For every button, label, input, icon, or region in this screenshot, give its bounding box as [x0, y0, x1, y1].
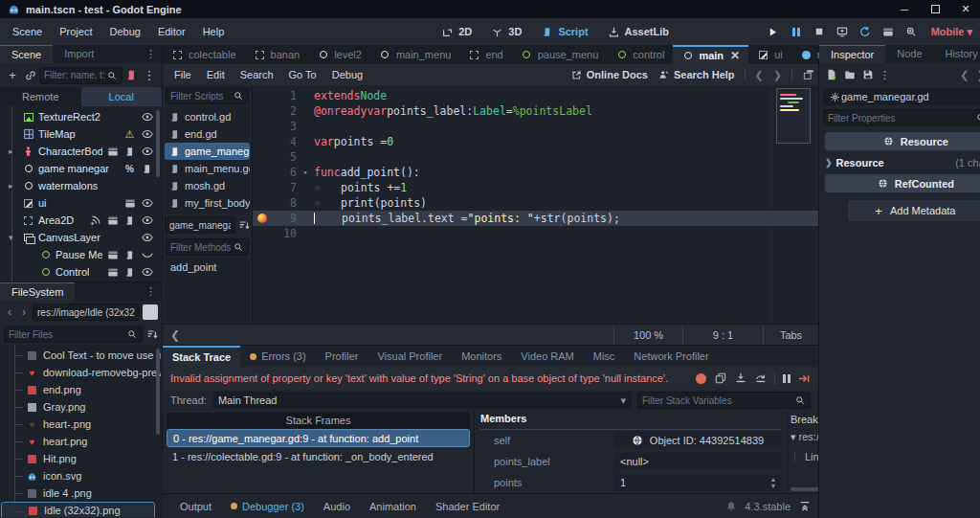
history-forward-icon[interactable]: ❯ [773, 69, 782, 81]
script-icon[interactable] [123, 146, 136, 158]
search-help-button[interactable]: Search Help [657, 69, 735, 81]
script-list-item[interactable]: mosh.gd [165, 177, 250, 194]
signal-icon[interactable] [89, 214, 101, 227]
filter-methods-input[interactable] [170, 242, 232, 253]
debugger-tab-monitors[interactable]: Monitors [452, 346, 511, 367]
stack-frame[interactable]: 0 - res://game_manegar.gd:9 - at functio… [167, 429, 470, 447]
object-dropdown[interactable]: game_manegar.gd ▾ [823, 88, 980, 105]
script-icon[interactable] [123, 249, 136, 261]
debugger-tab-visual-profiler[interactable]: Visual Profiler [368, 346, 452, 367]
scene-tree-node[interactable]: TileMap⚠ [1, 125, 161, 143]
eye-icon[interactable] [141, 266, 153, 279]
breakpoint-line[interactable]: Line [794, 451, 818, 462]
scene-tab-pause_menu[interactable]: pause_menu [512, 45, 608, 64]
inspector-forward-icon[interactable]: ❯ [977, 69, 980, 81]
script-list-item[interactable]: my_first_body... [165, 194, 250, 212]
code-line-1[interactable]: 1extends Node [253, 88, 818, 103]
scene-tree-node[interactable]: TextureRect2 [1, 108, 161, 125]
script-list-item[interactable]: game_maneg... [165, 143, 250, 160]
scene-tab-banan[interactable]: banan [245, 45, 309, 64]
instance-scene-icon[interactable] [24, 69, 36, 81]
scene-tab-level2[interactable]: level2 [308, 45, 370, 64]
filesystem-menu-icon[interactable]: ⋮ [140, 285, 162, 298]
script-name-field[interactable] [165, 216, 235, 234]
bottom-panel-shader-editor[interactable]: Shader Editor [426, 501, 509, 512]
script-icon[interactable] [141, 163, 153, 175]
debugger-tab-video-ram[interactable]: Video RAM [511, 346, 583, 367]
breakpoint-file[interactable]: ▾ res://g... [791, 431, 818, 443]
play-button[interactable] [763, 22, 784, 41]
stop-button[interactable] [809, 22, 830, 41]
expander-icon[interactable]: ▸ [9, 181, 20, 191]
filter-properties-input[interactable] [828, 113, 975, 124]
member-value[interactable]: Object ID: 44392514839 [614, 432, 781, 449]
script-list-item[interactable]: main_menu.gd [165, 160, 250, 177]
workspace-assetlib[interactable]: AssetLib [600, 26, 677, 38]
eye-icon[interactable] [141, 232, 153, 244]
maximize-button[interactable] [928, 4, 942, 15]
filter-properties-field[interactable] [823, 109, 980, 126]
method-item[interactable]: add_point [170, 261, 244, 273]
pause-execution-icon[interactable] [783, 374, 791, 383]
filter-scripts-input[interactable] [170, 91, 232, 101]
script-menu-search[interactable]: Search [233, 64, 281, 85]
scene-dock-menu-icon[interactable]: ⋮ [140, 48, 162, 60]
workspace-3d[interactable]: 3D [483, 26, 529, 38]
minimize-button[interactable]: ─ [898, 4, 911, 15]
menu-help[interactable]: Help [194, 18, 234, 45]
history-back-icon[interactable]: ❮ [755, 69, 764, 81]
breakpoint-gutter[interactable] [253, 214, 272, 223]
scene-dock-tab-import[interactable]: Import [53, 45, 105, 63]
copy-error-icon[interactable] [714, 372, 726, 385]
script-list-item[interactable]: control.gd [165, 108, 250, 125]
step-into-icon[interactable] [734, 372, 746, 385]
step-over-icon[interactable] [754, 372, 767, 385]
cursor-position[interactable]: 9 : 1 [682, 325, 763, 345]
script-menu-edit[interactable]: Edit [199, 64, 233, 85]
new-resource-icon[interactable] [825, 69, 837, 81]
scene-tab-colectable[interactable]: colectable [163, 45, 245, 64]
script-icon[interactable] [123, 214, 136, 227]
code-line-10[interactable]: 10 [253, 226, 818, 241]
online-docs-button[interactable]: Online Docs [570, 69, 648, 81]
filter-methods-field[interactable] [166, 238, 249, 256]
code-editor[interactable]: 1extends Node2@onready var points_label:… [253, 85, 818, 324]
scene-tab-main[interactable]: main✕ [673, 45, 748, 64]
inspector-tab-node[interactable]: Node [885, 45, 933, 63]
file-row[interactable]: Hit.png [1, 450, 161, 467]
scene-tree-node[interactable]: ▸CharacterBody2D [1, 143, 161, 160]
code-line-9[interactable]: 9»points_label.text = "points: " + str(p… [253, 211, 818, 226]
sort-methods-icon[interactable] [237, 219, 250, 232]
scene-tree-node[interactable]: ▸watermalons [1, 177, 161, 194]
scene-tree-node[interactable]: Area2D [1, 212, 161, 229]
scene-tab-main_menu[interactable]: main_menu [370, 45, 459, 64]
member-value[interactable]: 1▴▾ [614, 474, 781, 491]
scene-tree-node[interactable]: Control [1, 263, 161, 281]
file-row[interactable]: icon.svg [1, 467, 161, 484]
warning-icon[interactable]: ⚠ [123, 128, 136, 141]
scene-tree-node[interactable]: ▾CanvasLayer [1, 229, 161, 246]
attach-script-icon[interactable] [125, 69, 138, 81]
workspace-2d[interactable]: 2D [434, 26, 479, 38]
expander-icon[interactable]: ▸ [9, 146, 20, 156]
script-icon[interactable] [123, 266, 136, 279]
debugger-tab-misc[interactable]: Misc [584, 346, 625, 367]
code-minimap[interactable] [776, 88, 811, 144]
eye-closed-icon[interactable] [141, 249, 153, 261]
resource-section[interactable]: ❯ Resource (1 change) [825, 154, 980, 170]
file-row[interactable]: ♥heart.png [1, 433, 161, 450]
script-name-input[interactable] [169, 220, 231, 231]
fs-filter-input[interactable] [9, 329, 125, 340]
code-line-4[interactable]: 4var points = 0 [253, 134, 818, 149]
load-resource-icon[interactable] [843, 69, 856, 81]
close-tab-icon[interactable]: ✕ [730, 49, 740, 62]
stack-frame[interactable]: 1 - res://colectable.gd:9 - at function:… [167, 447, 470, 465]
scene-filter-input[interactable] [44, 70, 105, 80]
segment-local[interactable]: Local [81, 87, 163, 106]
file-row[interactable]: ♥heart-.png [1, 416, 161, 433]
scene-tree-node[interactable]: ui [1, 194, 161, 212]
notifications-bell-icon[interactable] [724, 500, 737, 512]
script-menu-go-to[interactable]: Go To [281, 64, 324, 85]
code-line-5[interactable]: 5 [253, 149, 818, 165]
code-line-2[interactable]: 2@onready var points_label: Label = %poi… [253, 103, 818, 119]
